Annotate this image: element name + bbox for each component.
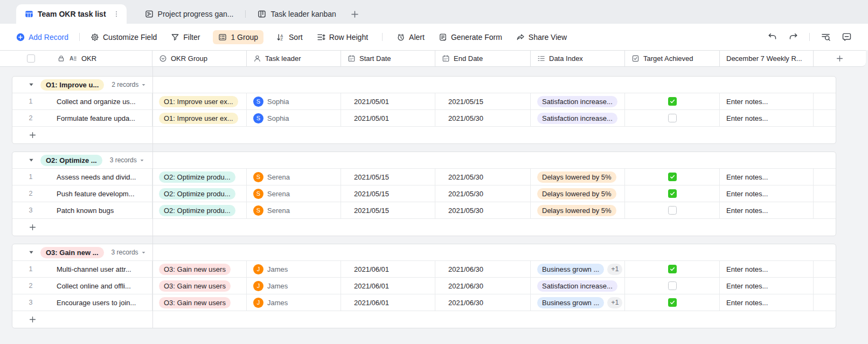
toolbar-button-customize-field[interactable]: Customize Field bbox=[91, 33, 157, 42]
cell-okr-group[interactable]: O3: Gain new users bbox=[152, 294, 247, 311]
tab-team-okr-task-list[interactable]: Team OKR task list bbox=[16, 4, 127, 24]
add-view-button[interactable] bbox=[345, 4, 365, 24]
cell-okr[interactable]: 1Assess needs and divid... bbox=[12, 169, 152, 185]
tab-task-leader-kanban[interactable]: Task leader kanban bbox=[249, 4, 344, 24]
column-header-end_date[interactable]: End Date bbox=[435, 51, 531, 66]
target-checkbox[interactable] bbox=[668, 265, 677, 273]
toolbar-button-alert[interactable]: Alert bbox=[397, 33, 425, 42]
cell-start-date[interactable]: 2021/06/01 bbox=[341, 294, 435, 311]
comment-panel-icon[interactable] bbox=[842, 32, 852, 42]
cell-end-date[interactable]: 2021/06/30 bbox=[435, 261, 531, 277]
record-count[interactable]: 3 records bbox=[110, 156, 144, 164]
column-header-notes[interactable]: December 7 Weekly R... bbox=[720, 51, 814, 66]
cell-task-leader[interactable]: SSerena bbox=[247, 169, 341, 185]
column-header-task_leader[interactable]: Task leader bbox=[247, 51, 341, 66]
cell-okr[interactable]: 2Push feature developm... bbox=[12, 185, 152, 202]
add-record-row[interactable] bbox=[12, 219, 836, 236]
cell-okr[interactable]: 2Collect online and offli... bbox=[12, 278, 152, 294]
cell-task-leader[interactable]: SSerena bbox=[247, 202, 341, 218]
collapse-group-icon[interactable] bbox=[29, 82, 34, 87]
cell-data-index[interactable]: Satisfaction increase... bbox=[531, 278, 625, 294]
toolbar-button-1-group[interactable]: 1 Group bbox=[213, 30, 263, 44]
target-checkbox[interactable] bbox=[668, 97, 677, 106]
record-count[interactable]: 2 records bbox=[112, 81, 146, 88]
cell-end-date[interactable]: 2021/05/15 bbox=[435, 93, 531, 109]
toolbar-button-sort[interactable]: AZSort bbox=[276, 33, 303, 42]
cell-task-leader[interactable]: JJames bbox=[247, 261, 341, 277]
cell-data-index[interactable]: Delays lowered by 5% bbox=[531, 169, 625, 185]
cell-target-achieved[interactable] bbox=[625, 294, 720, 311]
target-checkbox[interactable] bbox=[668, 298, 677, 307]
cell-data-index[interactable]: Satisfaction increase... bbox=[531, 110, 625, 126]
cell-start-date[interactable]: 2021/05/01 bbox=[341, 93, 435, 109]
cell-target-achieved[interactable] bbox=[625, 202, 720, 218]
target-checkbox[interactable] bbox=[668, 281, 677, 290]
more-vertical-icon[interactable] bbox=[113, 10, 120, 18]
cell-start-date[interactable]: 2021/05/01 bbox=[341, 110, 435, 126]
add-record-row[interactable] bbox=[12, 127, 836, 143]
cell-notes[interactable]: Enter notes... bbox=[720, 202, 814, 218]
cell-data-index[interactable]: Business grown ...+1 bbox=[531, 294, 625, 311]
cell-notes[interactable]: Enter notes... bbox=[720, 110, 814, 126]
cell-data-index[interactable]: Business grown ...+1 bbox=[531, 261, 625, 277]
cell-start-date[interactable]: 2021/05/15 bbox=[341, 202, 435, 218]
cell-end-date[interactable]: 2021/06/30 bbox=[435, 294, 531, 311]
cell-notes[interactable]: Enter notes... bbox=[720, 261, 814, 277]
cell-okr[interactable]: 2Formulate feature upda... bbox=[12, 110, 152, 126]
cell-data-index[interactable]: Satisfaction increase... bbox=[531, 93, 625, 109]
column-header-data_index[interactable]: Data Index bbox=[531, 51, 625, 66]
cell-target-achieved[interactable] bbox=[625, 278, 720, 294]
cell-task-leader[interactable]: SSophia bbox=[247, 110, 341, 126]
cell-end-date[interactable]: 2021/05/30 bbox=[435, 169, 531, 185]
cell-okr[interactable]: 1Collect and organize us... bbox=[12, 93, 152, 109]
cell-notes[interactable]: Enter notes... bbox=[720, 169, 814, 185]
search-in-view-icon[interactable] bbox=[821, 32, 831, 42]
cell-notes[interactable]: Enter notes... bbox=[720, 294, 814, 311]
cell-okr-group[interactable]: O2: Optimize produ... bbox=[152, 169, 247, 185]
cell-start-date[interactable]: 2021/05/15 bbox=[341, 169, 435, 185]
cell-okr[interactable]: 1Multi-channel user attr... bbox=[12, 261, 152, 277]
target-checkbox[interactable] bbox=[668, 206, 677, 215]
cell-okr-group[interactable]: O2: Optimize produ... bbox=[152, 185, 247, 202]
collapse-group-icon[interactable] bbox=[29, 157, 34, 163]
cell-okr[interactable]: 3Encourage users to join... bbox=[12, 294, 152, 311]
cell-data-index[interactable]: Delays lowered by 5% bbox=[531, 185, 625, 202]
cell-task-leader[interactable]: SSophia bbox=[247, 93, 341, 109]
cell-start-date[interactable]: 2021/05/15 bbox=[341, 185, 435, 202]
cell-task-leader[interactable]: SSerena bbox=[247, 185, 341, 202]
target-checkbox[interactable] bbox=[668, 173, 677, 181]
toolbar-button-generate-form[interactable]: Generate Form bbox=[439, 33, 502, 42]
cell-okr-group[interactable]: O1: Improve user ex... bbox=[152, 93, 247, 109]
cell-start-date[interactable]: 2021/06/01 bbox=[341, 261, 435, 277]
record-count[interactable]: 3 records bbox=[112, 249, 146, 256]
column-header-okr[interactable]: AOKR bbox=[0, 51, 152, 66]
cell-okr-group[interactable]: O3: Gain new users bbox=[152, 278, 247, 294]
cell-target-achieved[interactable] bbox=[625, 93, 720, 109]
collapse-group-icon[interactable] bbox=[29, 250, 34, 255]
cell-start-date[interactable]: 2021/06/01 bbox=[341, 278, 435, 294]
cell-target-achieved[interactable] bbox=[625, 110, 720, 126]
cell-okr-group[interactable]: O3: Gain new users bbox=[152, 261, 247, 277]
cell-notes[interactable]: Enter notes... bbox=[720, 185, 814, 202]
cell-end-date[interactable]: 2021/05/30 bbox=[435, 202, 531, 218]
cell-notes[interactable]: Enter notes... bbox=[720, 278, 814, 294]
add-field-button[interactable] bbox=[814, 51, 866, 66]
column-header-okr_group[interactable]: OKR Group bbox=[152, 51, 247, 66]
column-header-target_achieved[interactable]: Target Achieved bbox=[625, 51, 720, 66]
cell-okr-group[interactable]: O2: Optimize produ... bbox=[152, 202, 247, 218]
target-checkbox[interactable] bbox=[668, 189, 677, 198]
cell-task-leader[interactable]: JJames bbox=[247, 278, 341, 294]
cell-task-leader[interactable]: JJames bbox=[247, 294, 341, 311]
tab-project-progress-gantt[interactable]: Project progress gan... bbox=[136, 4, 242, 24]
add-record-button[interactable]: Add Record bbox=[16, 33, 68, 42]
cell-end-date[interactable]: 2021/05/30 bbox=[435, 185, 531, 202]
cell-end-date[interactable]: 2021/05/30 bbox=[435, 110, 531, 126]
cell-target-achieved[interactable] bbox=[625, 169, 720, 185]
cell-target-achieved[interactable] bbox=[625, 185, 720, 202]
redo-icon[interactable] bbox=[788, 32, 798, 42]
add-record-row[interactable] bbox=[12, 311, 836, 328]
toolbar-button-share-view[interactable]: Share View bbox=[516, 33, 567, 42]
cell-okr-group[interactable]: O1: Improve user ex... bbox=[152, 110, 247, 126]
cell-okr[interactable]: 3Patch known bugs bbox=[12, 202, 152, 218]
cell-end-date[interactable]: 2021/06/30 bbox=[435, 278, 531, 294]
